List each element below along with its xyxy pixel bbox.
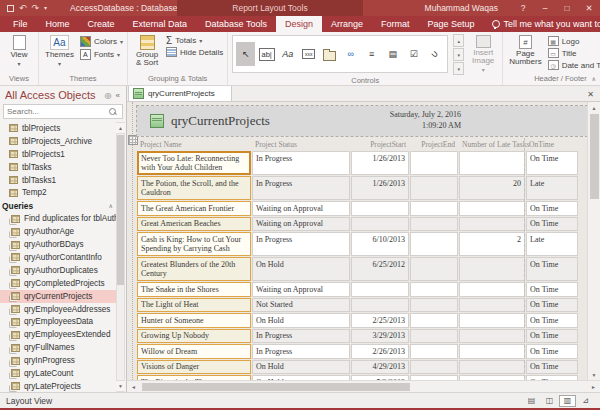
cell-r8-c3[interactable] xyxy=(410,313,458,328)
tell-me-box[interactable]: Tell me what you want to do xyxy=(484,16,600,32)
nav-item-qryfullnames[interactable]: qryFullNames xyxy=(0,341,116,354)
cell-r9-c1[interactable]: In Progress xyxy=(252,329,350,344)
cell-r5-c4[interactable] xyxy=(459,257,525,281)
scroll-left-icon[interactable]: ◄ xyxy=(127,382,140,392)
cell-r7-c5[interactable]: On Time xyxy=(526,298,578,313)
cell-r0-c4[interactable] xyxy=(459,151,525,175)
cell-r0-c0[interactable]: Never Too Late: Reconnecting with Your A… xyxy=(137,151,251,175)
cell-r1-c1[interactable]: In Progress xyxy=(252,176,350,200)
nav-item-qryauthorduplicates[interactable]: qryAuthorDuplicates xyxy=(0,264,116,277)
undo-icon[interactable]: ↶ xyxy=(19,4,27,12)
cell-r10-c3[interactable] xyxy=(410,344,458,359)
gallery-down-icon[interactable]: ▾ xyxy=(453,48,464,61)
tab-create[interactable]: Create xyxy=(79,16,124,32)
hide-details-button[interactable]: Hide Details xyxy=(166,47,223,57)
nav-item-qrylateprojects[interactable]: qryLateProjects xyxy=(0,380,116,392)
cell-r11-c0[interactable]: Visions of Danger xyxy=(137,360,251,375)
search-icon[interactable] xyxy=(109,108,116,115)
document-tab[interactable]: qryCurrentProjects xyxy=(128,85,232,101)
report-header-band[interactable]: qryCurrentProjects Saturday, July 2, 201… xyxy=(137,106,587,136)
cell-r4-c5[interactable]: Late xyxy=(526,232,578,256)
tab-page-setup[interactable]: Page Setup xyxy=(419,16,484,32)
cell-r9-c3[interactable] xyxy=(410,329,458,344)
cell-r7-c1[interactable]: Not Started xyxy=(252,298,350,313)
cell-r6-c0[interactable]: The Snake in the Shores xyxy=(137,282,251,297)
cell-r2-c1[interactable]: Waiting on Approval xyxy=(252,201,350,216)
cell-r11-c2[interactable]: 4/29/2013 xyxy=(351,360,409,375)
cell-r11-c5[interactable]: On Time xyxy=(526,360,578,375)
cell-r4-c2[interactable]: 6/10/2013 xyxy=(351,232,409,256)
cell-r7-c4[interactable] xyxy=(459,298,525,313)
report-view-icon[interactable]: ▤ xyxy=(523,395,540,407)
tab-database-tools[interactable]: Database Tools xyxy=(196,16,276,32)
select-pointer-icon[interactable]: ↖ xyxy=(236,42,255,66)
column-header-2[interactable]: ProjectStart xyxy=(351,139,409,150)
cell-r0-c2[interactable]: 1/26/2013 xyxy=(351,151,409,175)
tab-control-icon[interactable] xyxy=(320,42,339,66)
cell-r1-c2[interactable]: 1/26/2013 xyxy=(351,176,409,200)
minimize-button[interactable]: – xyxy=(534,3,556,13)
nav-scroll-thumb[interactable] xyxy=(117,135,124,285)
cell-r10-c1[interactable]: In Progress xyxy=(252,344,350,359)
scroll-up-icon[interactable]: ▲ xyxy=(116,123,125,134)
vertical-scroll-thumb[interactable] xyxy=(590,114,599,199)
cell-r0-c5[interactable]: On Time xyxy=(526,151,578,175)
cell-r5-c3[interactable] xyxy=(410,257,458,281)
scroll-down-icon[interactable]: ▼ xyxy=(116,380,125,391)
cell-r12-c1[interactable]: On Hold xyxy=(252,375,350,380)
nav-scrollbar[interactable]: ▲▼ xyxy=(116,122,125,392)
cell-r2-c0[interactable]: The Great American Frontier xyxy=(137,201,251,216)
cell-r8-c0[interactable]: Hunter of Someone xyxy=(137,313,251,328)
cell-r8-c2[interactable]: 2/25/2013 xyxy=(351,313,409,328)
list-box-control-icon[interactable]: ≡ xyxy=(362,42,381,66)
cell-r6-c5[interactable]: On Time xyxy=(526,282,578,297)
cell-r4-c3[interactable] xyxy=(410,232,458,256)
colors-button[interactable]: Colors ▾ xyxy=(80,36,123,47)
cell-r5-c5[interactable]: On Time xyxy=(526,257,578,281)
cell-r7-c3[interactable] xyxy=(410,298,458,313)
shutter-close-icon[interactable]: « xyxy=(114,91,122,100)
cell-r3-c0[interactable]: Great American Beaches xyxy=(137,217,251,232)
nav-item-qrylatecount[interactable]: qryLateCount xyxy=(0,367,116,380)
group-sort-button[interactable]: Group & Sort xyxy=(132,34,162,68)
date-time-button[interactable]: ◷ Date and Time xyxy=(548,60,600,70)
layout-view-icon[interactable]: ▥ xyxy=(559,395,576,407)
cell-r10-c0[interactable]: Willow of Dream xyxy=(137,344,251,359)
vertical-scrollbar[interactable]: ▲ ▼ xyxy=(587,102,600,380)
themes-button[interactable]: Aa Themes ▾ xyxy=(43,34,76,68)
maximize-button[interactable]: □ xyxy=(556,3,578,13)
nav-item-tblprojects1[interactable]: tblProjects1 xyxy=(0,148,116,161)
cell-r12-c4[interactable] xyxy=(459,375,525,380)
button-control-icon[interactable]: xxx xyxy=(299,42,318,66)
fonts-button[interactable]: A Fonts ▾ xyxy=(80,49,123,60)
tab-design[interactable]: Design xyxy=(276,16,322,32)
cell-r1-c5[interactable]: Late xyxy=(526,176,578,200)
cell-r12-c3[interactable] xyxy=(410,375,458,380)
insert-image-button[interactable]: Insert Image ▾ xyxy=(468,34,498,74)
nav-item-qrycurrentprojects[interactable]: qryCurrentProjects xyxy=(0,290,116,303)
label-control-icon[interactable]: Aa xyxy=(278,42,297,66)
search-input[interactable] xyxy=(4,107,109,116)
nav-item-tbltasks1[interactable]: tblTasks1 xyxy=(0,174,116,187)
cell-r3-c1[interactable]: Waiting on Approval xyxy=(252,217,350,232)
hyperlink-control-icon[interactable]: ∞ xyxy=(341,42,360,66)
title-button[interactable]: ▭ Title xyxy=(548,48,600,58)
scroll-up-icon[interactable]: ▲ xyxy=(588,102,600,113)
cell-r9-c2[interactable]: 3/29/2013 xyxy=(351,329,409,344)
cell-r9-c0[interactable]: Growing Up Nobody xyxy=(137,329,251,344)
cell-r8-c5[interactable]: On Time xyxy=(526,313,578,328)
cell-r3-c3[interactable] xyxy=(410,217,458,232)
cell-r11-c3[interactable] xyxy=(410,360,458,375)
scroll-right-icon[interactable]: ► xyxy=(587,382,600,392)
account-name[interactable]: Muhammad Waqas xyxy=(425,3,498,13)
cell-r6-c4[interactable] xyxy=(459,282,525,297)
cell-r3-c4[interactable] xyxy=(459,217,525,232)
print-preview-icon[interactable]: ◫ xyxy=(541,395,558,407)
gallery-up-icon[interactable]: ▴ xyxy=(453,34,464,47)
cell-r9-c5[interactable]: On Time xyxy=(526,329,578,344)
cell-r0-c3[interactable] xyxy=(410,151,458,175)
cell-r10-c5[interactable]: On Time xyxy=(526,344,578,359)
cell-r2-c2[interactable] xyxy=(351,201,409,216)
cell-r4-c0[interactable]: Cash is King: How to Cut Your Spending b… xyxy=(137,232,251,256)
cell-r8-c4[interactable] xyxy=(459,313,525,328)
